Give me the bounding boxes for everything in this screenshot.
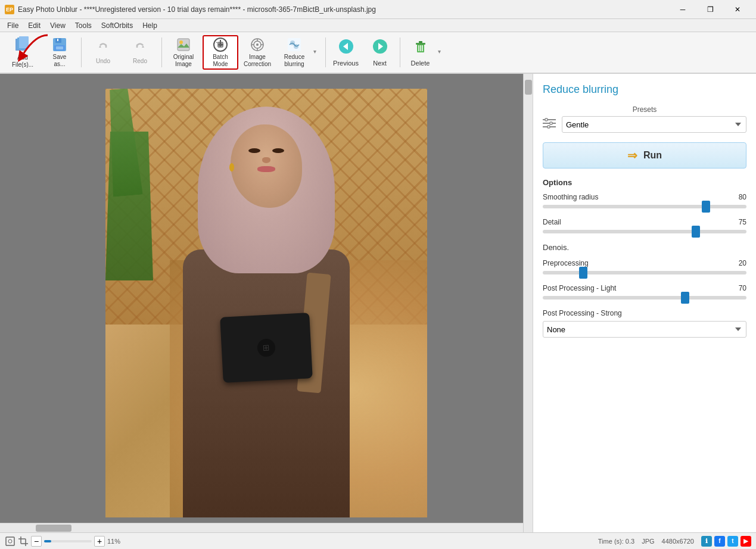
separator-2: [161, 38, 162, 67]
reduce-blurring-button[interactable]: Reduceblurring: [276, 35, 312, 70]
preprocessing-row: Preprocessing 20: [543, 259, 746, 274]
zoom-controls: − + 11%: [31, 536, 125, 547]
menu-file[interactable]: File: [2, 20, 23, 31]
detail-track[interactable]: [543, 230, 746, 233]
detail-thumb[interactable]: [692, 226, 700, 238]
post-light-row: Post Processing - Light 70: [543, 284, 746, 300]
save-icon: [51, 37, 68, 52]
menu-edit[interactable]: Edit: [23, 20, 45, 31]
redo-icon: [132, 40, 148, 57]
scrollbar-thumb-h[interactable]: [36, 525, 71, 532]
smoothing-radius-track[interactable]: [543, 205, 746, 208]
svg-rect-7: [56, 46, 63, 49]
smoothing-radius-label: Smoothing radius: [543, 193, 598, 201]
panel-title: Reduce blurring: [543, 83, 746, 96]
batch-mode-button[interactable]: BatchMode: [203, 35, 238, 70]
svg-rect-33: [419, 41, 422, 43]
previous-label: Previous: [333, 60, 359, 67]
reduce-blurring-icon: [286, 37, 303, 52]
preprocessing-label: Preprocessing: [543, 259, 589, 267]
previous-button[interactable]: Previous: [329, 35, 362, 70]
minimize-button[interactable]: ─: [669, 0, 696, 19]
status-bar: − + 11% Time (s): 0.3 JPG 4480x6720 ℹ f …: [0, 532, 756, 549]
scrollbar-thumb[interactable]: [525, 80, 532, 95]
facebook-icon[interactable]: f: [714, 536, 725, 547]
run-arrow-icon: ⇒: [627, 148, 637, 163]
next-label: Next: [373, 60, 387, 67]
separator-3: [325, 38, 326, 67]
svg-rect-40: [545, 118, 547, 121]
zoom-in-button[interactable]: +: [94, 536, 105, 547]
delete-label: Delete: [411, 60, 430, 67]
info-icon[interactable]: ℹ: [701, 536, 712, 547]
save-as-label: Saveas...: [53, 54, 67, 68]
delete-icon: [412, 38, 429, 58]
social-icons: ℹ f t ▶: [701, 536, 751, 547]
post-strong-label: Post Processing - Strong: [543, 309, 622, 317]
original-image-button[interactable]: OriginalImage: [166, 35, 201, 70]
smoothing-radius-thumb[interactable]: [702, 201, 710, 213]
undo-button[interactable]: Undo: [85, 35, 121, 70]
post-light-track[interactable]: [543, 296, 746, 300]
zoom-to-fit-icon[interactable]: [5, 536, 15, 547]
title-bar: EP Easy Photo Unblur - ****Unregistered …: [0, 0, 756, 19]
redo-label: Redo: [133, 58, 147, 65]
presets-select[interactable]: Gentle Normal Strong Custom: [562, 116, 746, 133]
menu-bar: File Edit View Tools SoftOrbits Help: [0, 19, 756, 32]
presets-label: Presets: [633, 105, 657, 114]
file-format: JPG: [642, 538, 654, 545]
post-light-thumb[interactable]: [681, 292, 689, 304]
delete-button[interactable]: Delete: [404, 35, 437, 70]
add-files-button[interactable]: AddFile(s)...: [5, 35, 41, 70]
next-button[interactable]: Next: [363, 35, 396, 70]
status-right: Time (s): 0.3 JPG 4480x6720 ℹ f t ▶: [598, 536, 751, 547]
preprocessing-track[interactable]: [543, 271, 746, 274]
preprocessing-thumb[interactable]: [579, 267, 587, 279]
batch-mode-icon: [212, 37, 229, 52]
presets-row: Gentle Normal Strong Custom: [543, 116, 746, 133]
separator-1: [81, 38, 82, 67]
svg-rect-32: [416, 43, 425, 45]
youtube-icon[interactable]: ▶: [741, 536, 751, 547]
menu-view[interactable]: View: [45, 20, 70, 31]
detail-label: Detail: [543, 218, 561, 226]
original-image-label: OriginalImage: [173, 54, 194, 68]
image-correction-icon: [249, 37, 266, 52]
twitter-icon[interactable]: t: [727, 536, 738, 547]
window-controls: ─ ❐ ✕: [669, 0, 751, 19]
menu-softorbits[interactable]: SoftOrbits: [97, 20, 138, 31]
crop-icon[interactable]: [18, 536, 29, 547]
svg-rect-41: [550, 122, 552, 124]
image-display: ⊞: [0, 74, 533, 532]
save-as-button[interactable]: Saveas...: [42, 35, 77, 70]
separator-4: [400, 38, 400, 67]
menu-help[interactable]: Help: [138, 20, 162, 31]
post-strong-row: Post Processing - Strong None Gentle Nor…: [543, 309, 746, 338]
menu-tools[interactable]: Tools: [70, 20, 97, 31]
svg-rect-8: [57, 39, 58, 41]
post-strong-select[interactable]: None Gentle Normal Strong: [543, 321, 746, 338]
smoothing-radius-value: 80: [739, 193, 746, 201]
post-light-label: Post Processing - Light: [543, 284, 616, 292]
post-light-value: 70: [739, 284, 746, 292]
image-panel[interactable]: ⊞: [0, 74, 533, 532]
toolbar: AddFile(s)... Saveas... Undo: [0, 32, 756, 74]
close-button[interactable]: ✕: [724, 0, 751, 19]
restore-button[interactable]: ❐: [696, 0, 724, 19]
svg-point-12: [219, 43, 222, 46]
image-scrollbar-h[interactable]: [0, 523, 523, 532]
image-correction-button[interactable]: ImageCorrection: [239, 35, 275, 70]
smoothing-radius-row: Smoothing radius 80: [543, 193, 746, 208]
redo-button[interactable]: Redo: [122, 35, 158, 70]
zoom-out-button[interactable]: −: [31, 536, 42, 547]
previous-icon: [338, 38, 354, 58]
zoom-slider-fill: [44, 540, 51, 542]
batch-mode-label: BatchMode: [213, 54, 228, 68]
svg-point-23: [256, 43, 259, 46]
zoom-slider[interactable]: [44, 540, 92, 542]
svg-rect-45: [21, 539, 26, 544]
run-button[interactable]: ⇒ Run: [543, 142, 746, 169]
right-panel: Reduce blurring Presets Gentle Normal St…: [533, 74, 756, 532]
image-scrollbar[interactable]: [523, 74, 533, 532]
photo-canvas: ⊞: [105, 89, 427, 517]
